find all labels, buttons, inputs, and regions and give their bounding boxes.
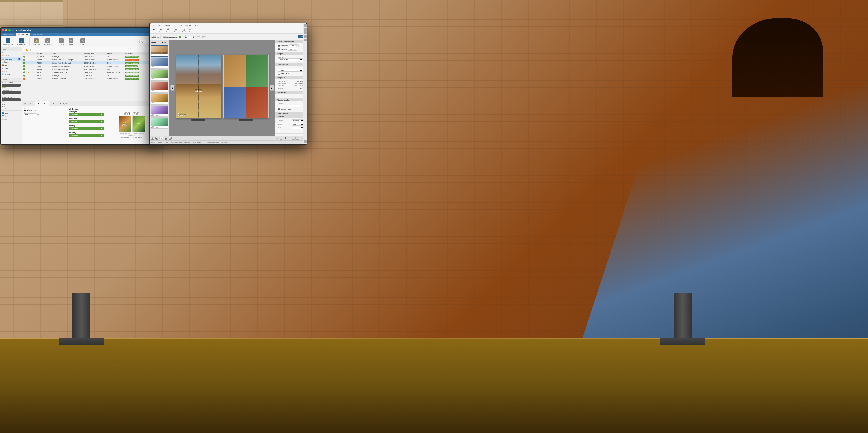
tab-dashboard[interactable]: ⊞ Dashboard: [2, 33, 16, 36]
paper-section-header[interactable]: ▾ Paper: [275, 52, 307, 55]
sidebar-to-file[interactable]: to file 🖨→📄 Ready: [1, 103, 22, 110]
table-row[interactable]: ✓ 00032 Recipe_book.pdf 20/03/2024 13:48…: [22, 74, 158, 77]
zoom-out-btn[interactable]: −: [280, 137, 282, 140]
close-btn[interactable]: [2, 29, 4, 31]
col-job-no[interactable]: Job no.: [37, 53, 53, 55]
edit-button[interactable]: ✏ Edit: [188, 27, 193, 33]
zoom-slider[interactable]: [283, 137, 292, 139]
tab-infos[interactable]: Infos: [49, 101, 58, 106]
menu-help[interactable]: Help: [194, 24, 198, 26]
tab-preflight[interactable]: Preflight: [58, 101, 69, 106]
page-content-header[interactable]: ▸ Page content: [275, 112, 307, 115]
menu-sections[interactable]: Sections: [185, 24, 192, 26]
new-roll-button[interactable]: ↻ New roll-to-...: [16, 38, 28, 45]
signature-header[interactable]: ▾ Signature: [275, 76, 307, 79]
double-sided-select[interactable]: Top: [289, 44, 299, 47]
menu-import[interactable]: Import: [157, 24, 163, 26]
save-button[interactable]: 💾 Save: [165, 27, 171, 33]
trimbox-header[interactable]: ▾ TrimBox: [275, 115, 307, 118]
table-row[interactable]: ! R00032 Product_Labels.pdf 20/03/2024 1…: [22, 77, 158, 81]
prev-button[interactable]: ◀: [127, 112, 130, 115]
tab-job-status[interactable]: Job status: [35, 101, 49, 106]
menu-select[interactable]: Select: [164, 24, 170, 26]
trimbox-off-checkbox[interactable]: [278, 130, 280, 132]
sidebar-item-archive[interactable]: 📦 Archive: [1, 63, 22, 67]
minimize-btn[interactable]: [5, 29, 7, 31]
step-printing-bar[interactable]: Completed ▼: [69, 127, 104, 130]
table-row[interactable]: ✓ 00037 Mailing_of_100_sets.pdf 27/03/20…: [22, 65, 158, 68]
next-button[interactable]: ▶: [133, 112, 136, 115]
select-button[interactable]: ⬚ Select: [180, 27, 187, 33]
sidebar-item-my-jobs[interactable]: 👤 My jobs: [1, 73, 22, 76]
sidebar-item-all-jobs[interactable]: 📁 All jobs: [1, 54, 22, 57]
tab-configuration[interactable]: ⚙ Configuration: [31, 33, 47, 36]
trimbox-position-select[interactable]: Centered: [291, 119, 304, 122]
page-6[interactable]: Color A4 (210 x 297): [151, 105, 168, 117]
menu-edit[interactable]: Edit: [172, 24, 176, 26]
inset-button[interactable]: ⊞ Inset: [173, 27, 178, 33]
prev-sheet-button[interactable]: ◀: [170, 85, 174, 91]
mirror-back-checkbox[interactable]: [278, 109, 280, 110]
color-print-checkbox[interactable]: [278, 49, 280, 50]
step-proof-print-bar[interactable]: Approved ▼: [69, 120, 104, 123]
next-page-btn[interactable]: ▶: [165, 137, 167, 140]
table-row[interactable]: ✓ ▲ 🔧 00031 ArtGallery_Cards.pdf 23/03/2…: [22, 71, 158, 74]
next-sheet-button[interactable]: ▶: [270, 85, 274, 91]
quantity-input[interactable]: [185, 37, 191, 38]
table-row[interactable]: ○ R00009 Coffee_Beans_B_1_Label.pdf 04/0…: [22, 58, 158, 61]
stock-type-select[interactable]: White_80 g/m2: [278, 58, 303, 61]
col-delivery[interactable]: Delivery date: [84, 53, 107, 55]
col-status[interactable]: Job status: [125, 53, 152, 55]
col-title[interactable]: Title: [53, 53, 84, 55]
prev-page-btn[interactable]: ◀: [155, 137, 158, 140]
sheet-layout-header[interactable]: ▾ Sheet layout: [275, 63, 307, 66]
sidebar-user-carl[interactable]: 👤 carl: [1, 115, 22, 118]
sidebar-item-printed[interactable]: 🖨 Printed: [1, 61, 22, 63]
sidebar-printer-7136[interactable]: AccurioPro 7136 Ready: [1, 89, 22, 96]
position-select[interactable]: Centered: [278, 105, 303, 107]
print-button[interactable]: 🖨 Print...: [79, 38, 86, 45]
tab-production[interactable]: Production: [22, 101, 35, 106]
tab-jobs[interactable]: 📋 Jobs 2: [16, 33, 30, 36]
grid-view-btn[interactable]: ⊞: [161, 41, 164, 44]
step-check-job-bar[interactable]: Completed ▼: [69, 113, 104, 116]
page-7[interactable]: Color A4 (210 x 297): [151, 117, 168, 129]
sidebar-user-anna[interactable]: 👤 anna: [1, 112, 22, 115]
col-printer[interactable]: Printer: [107, 53, 125, 55]
cut-stack-checkbox[interactable]: [278, 73, 280, 74]
color-section-header[interactable]: ▾ Color & double-sided: [275, 40, 307, 43]
preview-button[interactable]: 👁 Preview: [57, 38, 66, 45]
page-2[interactable]: Color A4 (210 x 297): [151, 57, 168, 69]
menu-view[interactable]: View: [178, 24, 183, 26]
operator-input[interactable]: carl ▼: [24, 114, 65, 116]
trimbox-scale-select[interactable]: Auto: [291, 127, 304, 129]
sidebar-printer-c4080[interactable]: AccurioPro C4080 Ready: [1, 82, 22, 89]
page-1[interactable]: Farm to table Color A4 (210 x 297): [151, 45, 168, 57]
sidebar-item-error[interactable]: ⚠ Error: [1, 70, 22, 73]
fit-page-btn[interactable]: ⊡: [296, 137, 299, 140]
list-view-btn[interactable]: ≡: [164, 41, 167, 44]
page-input[interactable]: 1: [131, 112, 133, 115]
menu-file[interactable]: File: [151, 24, 155, 26]
page-5[interactable]: Color A4 (210 x 297): [151, 93, 168, 105]
redo-button[interactable]: ↪ Redo: [158, 27, 164, 33]
undo-button[interactable]: ↩ Undo: [151, 27, 157, 33]
edit-job-button[interactable]: ✏ Edit job: [67, 38, 75, 45]
page-3[interactable]: Color A4 (210 x 297): [151, 69, 168, 81]
page-number-input[interactable]: [159, 137, 163, 139]
page-4[interactable]: Color A4 (210 x 297): [151, 81, 168, 93]
color-select[interactable]: Color: [288, 48, 297, 51]
first-page-btn[interactable]: ⟪: [151, 137, 154, 140]
trimbox-rotate-select[interactable]: Auto: [291, 123, 304, 126]
new-print-job-button[interactable]: + New print job: [2, 38, 14, 45]
job-ticket-button[interactable]: 🎫 Job ticket: [32, 38, 41, 45]
table-row[interactable]: ✓ W50002 Italian_Food_Brochure.pdf 28/03…: [22, 61, 158, 65]
job-history-button[interactable]: ⊙ Job history: [42, 38, 53, 45]
last-page-btn[interactable]: ⟫: [169, 137, 172, 140]
maximize-btn[interactable]: [8, 29, 11, 31]
table-row[interactable]: ✓ W00006-1 Recipe_book.pdf 22/04/2024 15…: [22, 55, 158, 58]
table-row[interactable]: ✓ R00006 Event_Ticket_Flux.pdf 25/03/202…: [22, 68, 158, 71]
sidebar-item-incoming[interactable]: 📥 Incoming 2: [1, 57, 22, 61]
sidebar-item-trash[interactable]: 🗑 Trash: [1, 67, 22, 70]
layout-type-select[interactable]: Booklet: [278, 69, 303, 72]
